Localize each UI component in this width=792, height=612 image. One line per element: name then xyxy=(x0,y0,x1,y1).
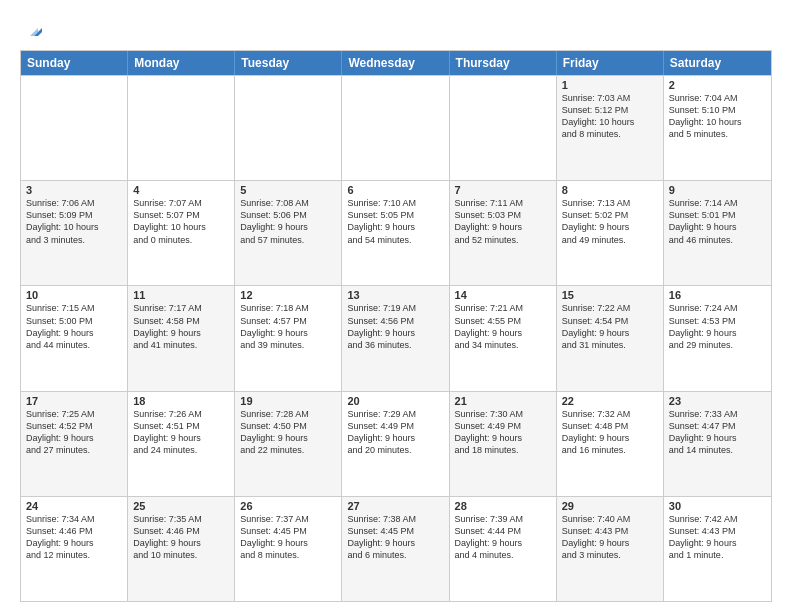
calendar-row: 17Sunrise: 7:25 AM Sunset: 4:52 PM Dayli… xyxy=(21,391,771,496)
day-number: 3 xyxy=(26,184,122,196)
cell-info: Sunrise: 7:21 AM Sunset: 4:55 PM Dayligh… xyxy=(455,302,551,351)
cell-info: Sunrise: 7:07 AM Sunset: 5:07 PM Dayligh… xyxy=(133,197,229,246)
cell-info: Sunrise: 7:32 AM Sunset: 4:48 PM Dayligh… xyxy=(562,408,658,457)
calendar-cell: 17Sunrise: 7:25 AM Sunset: 4:52 PM Dayli… xyxy=(21,392,128,496)
calendar-cell: 9Sunrise: 7:14 AM Sunset: 5:01 PM Daylig… xyxy=(664,181,771,285)
cell-info: Sunrise: 7:14 AM Sunset: 5:01 PM Dayligh… xyxy=(669,197,766,246)
day-number: 28 xyxy=(455,500,551,512)
day-number: 23 xyxy=(669,395,766,407)
calendar-cell xyxy=(21,76,128,180)
cell-info: Sunrise: 7:08 AM Sunset: 5:06 PM Dayligh… xyxy=(240,197,336,246)
day-number: 25 xyxy=(133,500,229,512)
day-number: 17 xyxy=(26,395,122,407)
calendar-cell: 5Sunrise: 7:08 AM Sunset: 5:06 PM Daylig… xyxy=(235,181,342,285)
day-number: 10 xyxy=(26,289,122,301)
calendar-cell: 6Sunrise: 7:10 AM Sunset: 5:05 PM Daylig… xyxy=(342,181,449,285)
calendar-cell: 14Sunrise: 7:21 AM Sunset: 4:55 PM Dayli… xyxy=(450,286,557,390)
day-number: 4 xyxy=(133,184,229,196)
cell-info: Sunrise: 7:30 AM Sunset: 4:49 PM Dayligh… xyxy=(455,408,551,457)
calendar-cell: 18Sunrise: 7:26 AM Sunset: 4:51 PM Dayli… xyxy=(128,392,235,496)
day-number: 16 xyxy=(669,289,766,301)
cell-info: Sunrise: 7:04 AM Sunset: 5:10 PM Dayligh… xyxy=(669,92,766,141)
cell-info: Sunrise: 7:15 AM Sunset: 5:00 PM Dayligh… xyxy=(26,302,122,351)
cell-info: Sunrise: 7:33 AM Sunset: 4:47 PM Dayligh… xyxy=(669,408,766,457)
header xyxy=(20,18,772,40)
calendar-cell: 19Sunrise: 7:28 AM Sunset: 4:50 PM Dayli… xyxy=(235,392,342,496)
calendar-cell: 20Sunrise: 7:29 AM Sunset: 4:49 PM Dayli… xyxy=(342,392,449,496)
cell-info: Sunrise: 7:37 AM Sunset: 4:45 PM Dayligh… xyxy=(240,513,336,562)
cell-info: Sunrise: 7:24 AM Sunset: 4:53 PM Dayligh… xyxy=(669,302,766,351)
calendar-cell: 7Sunrise: 7:11 AM Sunset: 5:03 PM Daylig… xyxy=(450,181,557,285)
calendar-cell: 30Sunrise: 7:42 AM Sunset: 4:43 PM Dayli… xyxy=(664,497,771,601)
day-number: 21 xyxy=(455,395,551,407)
calendar-cell xyxy=(342,76,449,180)
day-number: 30 xyxy=(669,500,766,512)
calendar-header-cell: Sunday xyxy=(21,51,128,75)
cell-info: Sunrise: 7:28 AM Sunset: 4:50 PM Dayligh… xyxy=(240,408,336,457)
calendar-cell: 28Sunrise: 7:39 AM Sunset: 4:44 PM Dayli… xyxy=(450,497,557,601)
cell-info: Sunrise: 7:42 AM Sunset: 4:43 PM Dayligh… xyxy=(669,513,766,562)
day-number: 7 xyxy=(455,184,551,196)
cell-info: Sunrise: 7:38 AM Sunset: 4:45 PM Dayligh… xyxy=(347,513,443,562)
calendar-cell: 15Sunrise: 7:22 AM Sunset: 4:54 PM Dayli… xyxy=(557,286,664,390)
calendar-cell: 22Sunrise: 7:32 AM Sunset: 4:48 PM Dayli… xyxy=(557,392,664,496)
calendar-cell xyxy=(128,76,235,180)
calendar-header-cell: Tuesday xyxy=(235,51,342,75)
calendar-cell: 27Sunrise: 7:38 AM Sunset: 4:45 PM Dayli… xyxy=(342,497,449,601)
logo xyxy=(20,18,46,40)
day-number: 14 xyxy=(455,289,551,301)
calendar-cell: 25Sunrise: 7:35 AM Sunset: 4:46 PM Dayli… xyxy=(128,497,235,601)
logo-icon xyxy=(20,18,42,40)
calendar-cell: 24Sunrise: 7:34 AM Sunset: 4:46 PM Dayli… xyxy=(21,497,128,601)
day-number: 1 xyxy=(562,79,658,91)
day-number: 19 xyxy=(240,395,336,407)
calendar-row: 1Sunrise: 7:03 AM Sunset: 5:12 PM Daylig… xyxy=(21,75,771,180)
cell-info: Sunrise: 7:29 AM Sunset: 4:49 PM Dayligh… xyxy=(347,408,443,457)
day-number: 2 xyxy=(669,79,766,91)
day-number: 26 xyxy=(240,500,336,512)
cell-info: Sunrise: 7:17 AM Sunset: 4:58 PM Dayligh… xyxy=(133,302,229,351)
day-number: 5 xyxy=(240,184,336,196)
page: SundayMondayTuesdayWednesdayThursdayFrid… xyxy=(0,0,792,612)
day-number: 15 xyxy=(562,289,658,301)
cell-info: Sunrise: 7:39 AM Sunset: 4:44 PM Dayligh… xyxy=(455,513,551,562)
calendar-cell: 13Sunrise: 7:19 AM Sunset: 4:56 PM Dayli… xyxy=(342,286,449,390)
calendar-header-cell: Friday xyxy=(557,51,664,75)
day-number: 20 xyxy=(347,395,443,407)
calendar-header-cell: Thursday xyxy=(450,51,557,75)
calendar-cell: 2Sunrise: 7:04 AM Sunset: 5:10 PM Daylig… xyxy=(664,76,771,180)
day-number: 6 xyxy=(347,184,443,196)
cell-info: Sunrise: 7:35 AM Sunset: 4:46 PM Dayligh… xyxy=(133,513,229,562)
calendar-cell: 23Sunrise: 7:33 AM Sunset: 4:47 PM Dayli… xyxy=(664,392,771,496)
calendar-cell: 3Sunrise: 7:06 AM Sunset: 5:09 PM Daylig… xyxy=(21,181,128,285)
day-number: 13 xyxy=(347,289,443,301)
cell-info: Sunrise: 7:11 AM Sunset: 5:03 PM Dayligh… xyxy=(455,197,551,246)
calendar-cell: 8Sunrise: 7:13 AM Sunset: 5:02 PM Daylig… xyxy=(557,181,664,285)
cell-info: Sunrise: 7:18 AM Sunset: 4:57 PM Dayligh… xyxy=(240,302,336,351)
day-number: 27 xyxy=(347,500,443,512)
cell-info: Sunrise: 7:10 AM Sunset: 5:05 PM Dayligh… xyxy=(347,197,443,246)
calendar-cell: 11Sunrise: 7:17 AM Sunset: 4:58 PM Dayli… xyxy=(128,286,235,390)
calendar-cell: 12Sunrise: 7:18 AM Sunset: 4:57 PM Dayli… xyxy=(235,286,342,390)
cell-info: Sunrise: 7:19 AM Sunset: 4:56 PM Dayligh… xyxy=(347,302,443,351)
day-number: 29 xyxy=(562,500,658,512)
calendar-body: 1Sunrise: 7:03 AM Sunset: 5:12 PM Daylig… xyxy=(21,75,771,601)
calendar-cell: 1Sunrise: 7:03 AM Sunset: 5:12 PM Daylig… xyxy=(557,76,664,180)
calendar-cell: 4Sunrise: 7:07 AM Sunset: 5:07 PM Daylig… xyxy=(128,181,235,285)
day-number: 12 xyxy=(240,289,336,301)
calendar-header-cell: Saturday xyxy=(664,51,771,75)
day-number: 9 xyxy=(669,184,766,196)
day-number: 18 xyxy=(133,395,229,407)
calendar-cell: 26Sunrise: 7:37 AM Sunset: 4:45 PM Dayli… xyxy=(235,497,342,601)
cell-info: Sunrise: 7:13 AM Sunset: 5:02 PM Dayligh… xyxy=(562,197,658,246)
calendar-cell: 10Sunrise: 7:15 AM Sunset: 5:00 PM Dayli… xyxy=(21,286,128,390)
calendar-cell xyxy=(450,76,557,180)
calendar-cell xyxy=(235,76,342,180)
calendar-header-cell: Wednesday xyxy=(342,51,449,75)
calendar-header-cell: Monday xyxy=(128,51,235,75)
cell-info: Sunrise: 7:03 AM Sunset: 5:12 PM Dayligh… xyxy=(562,92,658,141)
day-number: 8 xyxy=(562,184,658,196)
cell-info: Sunrise: 7:25 AM Sunset: 4:52 PM Dayligh… xyxy=(26,408,122,457)
cell-info: Sunrise: 7:22 AM Sunset: 4:54 PM Dayligh… xyxy=(562,302,658,351)
cell-info: Sunrise: 7:26 AM Sunset: 4:51 PM Dayligh… xyxy=(133,408,229,457)
